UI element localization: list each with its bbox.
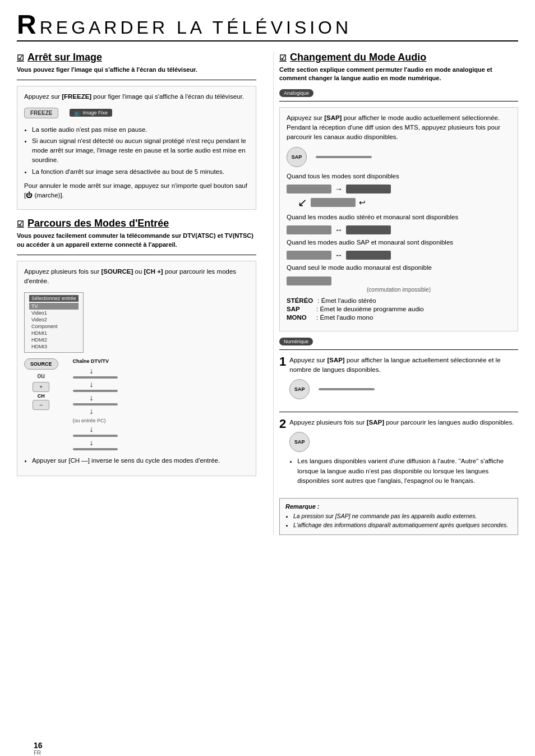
bullet-2: Si aucun signal n'est détecté ou aucun s… [32, 136, 249, 165]
section3-body: Appuyez sur [SAP] pour afficher le mode … [287, 113, 511, 142]
sap-row-def: SAP : Émet le deuxième programme audio [287, 306, 511, 312]
mode-stereo-box1 [287, 225, 331, 234]
stereo-row: STÉRÉO : Émet l'audio stéréo [287, 297, 511, 304]
section2-subtitle: Vous pouvez facilement commuter la téléc… [17, 232, 256, 249]
changement-section: ☑ Changement du Mode Audio Cette section… [279, 52, 518, 535]
commutation-note: (commutation impossible) [287, 287, 511, 293]
page-lang: FR [34, 750, 43, 756]
source-ch-diagram: Sélectionnez entrée TV Video1 Video2 Com… [24, 292, 249, 353]
mode-mono-diagram [287, 276, 511, 285]
ch-label-display: CH [38, 393, 45, 399]
menu-item-video2: Video2 [29, 316, 79, 323]
ch-minus-btn: – [33, 400, 49, 410]
mode-sap-diagram: ↔ [287, 251, 511, 260]
arrow-loop-right: ↩ [359, 198, 366, 207]
mode-all-label: Quand tous les modes sont disponibles [287, 172, 511, 181]
tv-small-icon: 📺 [74, 110, 80, 116]
mono-row: MONO : Émet l'audio mono [287, 314, 511, 321]
step2-body: Appuyez plusieurs fois sur [SAP] pour pa… [289, 418, 518, 427]
source-btn-display: SOURCE [24, 358, 58, 370]
ch-plus-btn: + [33, 382, 49, 392]
channel-flow-diagram: Chaîne DTV/TV ↓ ↓ ↓ ↓ (ou entrée PC) ↓ ↓ [73, 358, 118, 450]
menu-item-hdmi1: HDMI1 [29, 330, 79, 336]
flow-arrow-3: ↓ [90, 393, 94, 402]
mode-stereo-box2 [346, 225, 391, 234]
step2-content: Appuyez plusieurs fois sur [SAP] pour pa… [289, 418, 518, 490]
mode-mono-label: Quand seul le mode audio monaural est di… [287, 263, 511, 273]
flow-arrow-6: ↓ [90, 438, 94, 447]
section1-subtitle: Vous pouvez figer l'image qui s'affiche … [17, 66, 256, 74]
section3-subtitle: Cette section explique comment permuter … [279, 66, 518, 83]
stereo-label: STÉRÉO [287, 297, 313, 304]
divider-1 [17, 80, 256, 80]
right-column: ☑ Changement du Mode Audio Cette section… [273, 52, 518, 535]
menu-item-component: Component [29, 323, 79, 330]
digital-pill: Numérique [279, 338, 313, 345]
section3-analog-content: Appuyez sur [SAP] pour afficher le mode … [279, 107, 518, 331]
section2-title: ☑ Parcours des Modes d'Entrée [17, 218, 256, 229]
menu-title: Sélectionnez entrée [29, 295, 79, 302]
note-list: La pression sur [SAP] ne commande pas le… [293, 512, 512, 530]
section1-bullets: La sortie audio n'est pas mise en pause.… [32, 125, 249, 177]
analog-pill: Analogique [279, 89, 313, 97]
divider-3 [279, 101, 518, 102]
osd-bar-step1 [319, 388, 375, 390]
section2-bullets: Appuyer sur [CH —] inverse le sens du cy… [32, 456, 249, 465]
input-menu-screen: Sélectionnez entrée TV Video1 Video2 Com… [24, 292, 84, 353]
note-title: Remarque : [285, 503, 512, 510]
header-big-r: R [17, 11, 40, 38]
divider-4 [279, 349, 518, 350]
flow-bar-2 [73, 390, 118, 392]
mode-stereo-diagram: ↔ [287, 225, 511, 234]
menu-item-hdmi2: HDMI2 [29, 336, 79, 343]
mode-all-diagram-2: ↙ ↩ [298, 196, 511, 209]
step1-body: Appuyez sur [SAP] pour afficher la langu… [289, 356, 518, 375]
page-header: RREGARDER LA TÉLÉVISION [17, 11, 518, 42]
flow-bar-3 [73, 403, 118, 405]
checkbox-icon-2: ☑ [17, 219, 24, 228]
step2-bullet: Les langues disponibles varient d'une di… [297, 457, 518, 486]
flow-arrow-5: ↓ [90, 425, 94, 434]
osd-bar-analog [316, 156, 372, 158]
mode-sap-box1 [287, 251, 331, 260]
section3-title: ☑ Changement du Mode Audio [279, 52, 518, 63]
mono-desc: : Émet l'audio mono [316, 314, 373, 321]
divider-2 [17, 255, 256, 255]
mode-sap-mono-label: Quand les modes audio SAP et monaural so… [287, 238, 511, 247]
bullet-1: La sortie audio n'est pas mise en pause. [32, 125, 249, 135]
ou-text: ou [38, 372, 45, 380]
mode-sap-box2 [346, 251, 391, 260]
section1-body: Appuyez sur [FREEZE] pour figer l'image … [24, 92, 249, 102]
section1-title: ☑ Arrêt sur Image [17, 52, 256, 63]
page-number-area: 16 FR [34, 741, 43, 756]
flow-bar-1 [73, 376, 118, 379]
divider-5 [279, 412, 518, 412]
flow-pc-note: (ou entrée PC) [73, 418, 106, 423]
mode-stereo-mono-label: Quand les modes audio stéréo et monaural… [287, 213, 511, 222]
header-title: REGARDER LA TÉLÉVISION [40, 17, 352, 38]
left-column: ☑ Arrêt sur Image Vous pouvez figer l'im… [17, 52, 262, 535]
menu-item-video1: Video1 [29, 310, 79, 316]
mode-all-box1 [287, 185, 331, 193]
mode-all-box3 [311, 198, 356, 207]
bullet-3: La fonction d'arrêt sur image sera désac… [32, 167, 249, 177]
menu-item-hdmi3: HDMI3 [29, 343, 79, 350]
parcours-section: ☑ Parcours des Modes d'Entrée Vous pouve… [17, 218, 256, 476]
sap-btn-step1: SAP [289, 379, 310, 399]
step-number-1: 1 [279, 356, 286, 368]
checkbox-icon-3: ☑ [279, 53, 287, 62]
freeze-area: FREEZE 📺 Image Fixe [24, 108, 249, 118]
step2-block: 2 Appuyez plusieurs fois sur [SAP] pour … [279, 418, 518, 490]
mode-all-diagram: → [287, 185, 511, 193]
mono-label: MONO [287, 314, 312, 321]
note-box: Remarque : La pression sur [SAP] ne comm… [279, 498, 518, 535]
note-item-2: L'affichage des informations disparaît a… [293, 521, 512, 530]
step-number-2: 2 [279, 418, 286, 430]
flow-bar-4 [73, 435, 118, 437]
flow-arrow-2: ↓ [90, 380, 94, 389]
sap-row-step2: SAP [289, 432, 518, 452]
step1-content: Appuyez sur [SAP] pour afficher la langu… [289, 356, 518, 404]
sap-row-step1: SAP [289, 379, 518, 399]
mode-mono-box1 [287, 276, 331, 285]
flow-arrow-4: ↓ [90, 407, 94, 416]
